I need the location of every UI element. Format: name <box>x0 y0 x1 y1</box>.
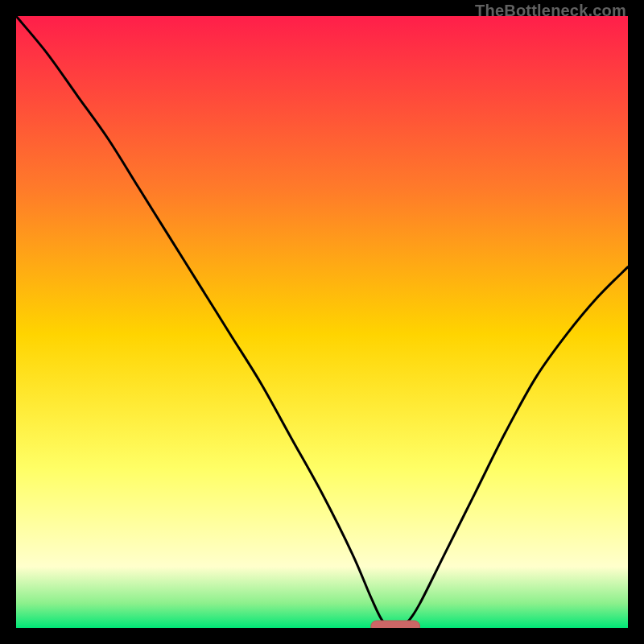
bottleneck-chart <box>16 16 628 628</box>
watermark-text: TheBottleneck.com <box>475 2 626 20</box>
gradient-background <box>16 16 628 628</box>
plot-area <box>16 16 628 628</box>
chart-container: TheBottleneck.com <box>0 0 644 644</box>
optimum-marker <box>371 621 420 628</box>
